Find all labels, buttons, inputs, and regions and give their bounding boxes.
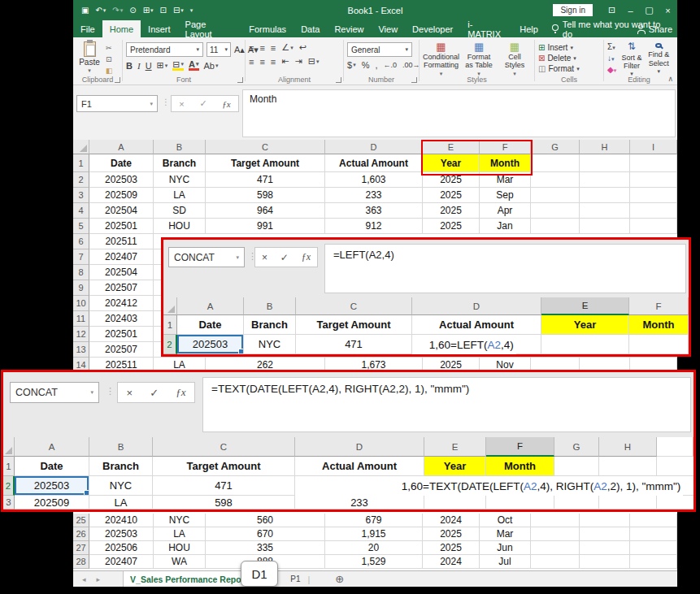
cell[interactable]: 471 (296, 335, 412, 354)
cell[interactable]: Branch (154, 154, 206, 172)
cell[interactable]: 2025 (423, 541, 480, 555)
cell[interactable] (599, 496, 657, 509)
add-sheet-icon[interactable]: ⊕ (335, 573, 344, 585)
cancel-icon[interactable]: × (262, 252, 267, 263)
cell[interactable]: 363 (325, 203, 423, 219)
row-header[interactable]: 12 (73, 327, 89, 342)
cell[interactable]: Year (423, 154, 480, 172)
share-button[interactable]: Share (638, 20, 672, 37)
cell[interactable] (629, 335, 689, 354)
row-header[interactable]: 2 (73, 172, 89, 188)
cell[interactable]: LA (154, 527, 206, 541)
cell[interactable]: 2025 (423, 203, 480, 219)
cell[interactable] (531, 188, 580, 203)
cell[interactable]: 598 (153, 496, 295, 509)
cell[interactable]: 20 (325, 541, 423, 555)
percent-icon[interactable]: % (362, 60, 370, 70)
cell[interactable]: Month (629, 315, 689, 335)
column-header[interactable]: E (424, 437, 486, 457)
column-header[interactable]: A (15, 437, 89, 457)
font-name-select[interactable]: Pretendard▾ (126, 42, 203, 57)
row-header[interactable]: 3 (3, 496, 15, 509)
column-header[interactable]: C (206, 140, 325, 154)
enter-icon[interactable]: ✓ (150, 387, 159, 399)
orientation-icon[interactable]: ∠▾ (281, 42, 293, 53)
redo-icon[interactable]: ↷▾ (112, 6, 123, 15)
tab-developer[interactable]: Developer (405, 20, 460, 37)
cell[interactable]: 233 (325, 188, 423, 203)
cell[interactable]: 1,603 (325, 172, 423, 188)
cell[interactable]: Mar (480, 172, 531, 188)
column-header[interactable]: F (480, 140, 531, 154)
formula-input[interactable]: =TEXT(DATE(LEFT(A2,4), RIGHT(A2,2), 1), … (202, 377, 691, 432)
row-header-selected[interactable]: 2 (3, 476, 15, 496)
align-middle-icon[interactable]: ≡ (259, 43, 264, 53)
cell[interactable]: 202503 (89, 527, 154, 541)
cell[interactable]: 202503 (89, 172, 154, 188)
row-header[interactable]: 3 (73, 188, 89, 203)
position-icon[interactable]: ⊞▾ (143, 6, 154, 15)
row-header[interactable]: 7 (73, 249, 89, 265)
align-top-icon[interactable]: ≡ (249, 43, 254, 53)
save-icon[interactable]: ▣ (81, 6, 89, 15)
cell[interactable]: 560 (206, 514, 325, 527)
cell[interactable] (531, 172, 580, 188)
in-cell-formula-edit[interactable]: 1,60=LEFT(A2,4) (412, 335, 516, 354)
row-header[interactable]: 9 (73, 280, 89, 296)
cell[interactable]: 202410 (89, 514, 154, 527)
tab-page-layout[interactable]: Page Layout (178, 20, 242, 37)
cell[interactable]: 991 (206, 219, 325, 234)
minimize-icon[interactable]: – (621, 6, 640, 15)
column-header[interactable]: H (580, 140, 630, 154)
cell[interactable]: 2025 (423, 219, 480, 234)
column-header[interactable]: B (89, 437, 153, 457)
cancel-icon[interactable]: × (127, 387, 133, 399)
ribbon-display-options-icon[interactable]: ⊡ (602, 5, 621, 15)
borders-icon[interactable]: ⊞▾ (157, 60, 168, 71)
paste-special-icon[interactable]: ⊟▾ (173, 6, 184, 15)
bold-button[interactable]: B (126, 61, 133, 71)
column-header[interactable]: C (153, 437, 295, 457)
cell[interactable]: Date (89, 154, 154, 172)
tab-formulas[interactable]: Formulas (241, 20, 293, 37)
delete-cells-button[interactable]: ⊠Delete▾ (538, 54, 580, 63)
tab-help[interactable]: Help (512, 20, 546, 37)
cell[interactable] (630, 154, 677, 172)
cell[interactable]: LA (154, 188, 206, 203)
number-format-select[interactable]: General▾ (347, 42, 412, 57)
cell[interactable]: Sep (480, 188, 531, 203)
grow-font-icon[interactable]: A▴ (234, 45, 245, 55)
cell[interactable]: Year (424, 457, 486, 476)
cell[interactable] (630, 172, 677, 188)
row-header[interactable]: 13 (73, 342, 89, 358)
cancel-icon[interactable]: × (179, 99, 184, 109)
cell[interactable]: Month (480, 154, 531, 172)
row-header[interactable]: 1 (73, 154, 89, 172)
cell[interactable] (580, 203, 630, 219)
collapse-ribbon-icon[interactable]: ∧ (667, 75, 673, 83)
cell[interactable]: 202407 (89, 555, 154, 569)
cell[interactable]: Target Amount (206, 154, 325, 172)
row-header[interactable]: 4 (73, 203, 89, 219)
cell[interactable] (580, 555, 630, 569)
cell[interactable] (531, 219, 580, 234)
sheet-tab-partial[interactable]: P1 (290, 574, 300, 583)
column-header-selected[interactable]: F (486, 437, 554, 457)
sort-filter-button[interactable]: ⇅ Sort & Filter ▾ (620, 40, 643, 75)
selected-cell[interactable]: 202503 (177, 335, 244, 354)
underline-button[interactable]: U (146, 61, 152, 71)
row-header[interactable]: 8 (73, 265, 89, 280)
column-header[interactable]: A (177, 297, 244, 315)
cell[interactable]: Month (486, 457, 554, 476)
cell[interactable] (531, 514, 580, 527)
row-header[interactable]: 6 (73, 234, 89, 249)
cell[interactable]: 471 (206, 172, 325, 188)
column-header[interactable]: G (554, 437, 599, 457)
column-header[interactable]: E (423, 140, 480, 154)
cell[interactable]: 2025 (423, 188, 480, 203)
format-cells-button[interactable]: ◫Format▾ (538, 64, 580, 73)
formula-input[interactable]: =LEFT(A2,4) (324, 244, 686, 293)
cell[interactable]: Actual Amount (325, 154, 423, 172)
increase-decimal-icon[interactable]: ←.0 (383, 61, 397, 69)
cell[interactable]: Target Amount (153, 457, 295, 476)
